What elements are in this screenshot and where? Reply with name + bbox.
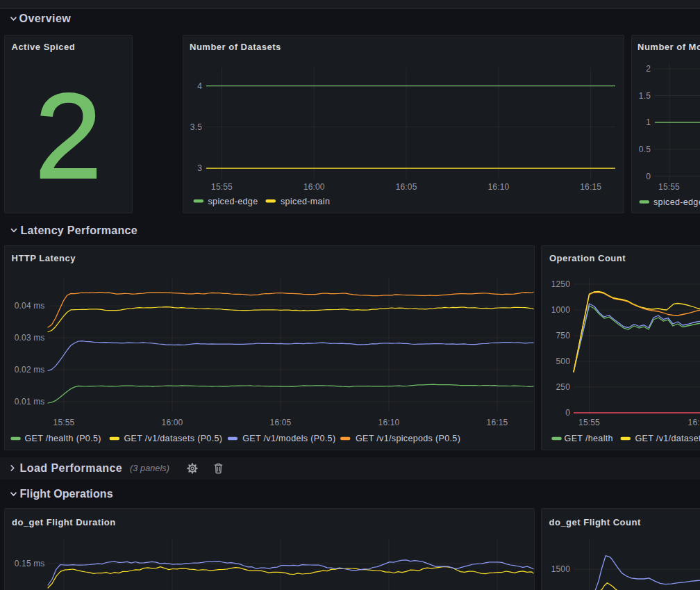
svg-text:1000: 1000 <box>551 305 570 315</box>
svg-text:GET /v1/spicepods (P0.5): GET /v1/spicepods (P0.5) <box>356 434 460 443</box>
svg-text:Operation Count: Operation Count <box>549 253 626 263</box>
svg-text:do_get Flight Duration: do_get Flight Duration <box>12 517 116 527</box>
svg-text:GET /health: GET /health <box>565 434 613 443</box>
svg-text:1500: 1500 <box>551 564 570 574</box>
svg-text:HTTP Latency: HTTP Latency <box>12 253 76 263</box>
svg-text:750: 750 <box>556 331 571 341</box>
svg-text:15:55: 15:55 <box>53 418 75 427</box>
svg-text:500: 500 <box>556 357 571 366</box>
svg-text:0.03 ms: 0.03 ms <box>15 333 45 343</box>
svg-text:spiced-edge: spiced-edge <box>208 197 258 206</box>
svg-text:GET /v1/models (P0.5): GET /v1/models (P0.5) <box>242 434 335 443</box>
svg-text:16:05: 16:05 <box>396 182 417 192</box>
svg-text:16:05: 16:05 <box>270 418 292 427</box>
svg-text:GET /v1/datasets (P0.5): GET /v1/datasets (P0.5) <box>124 434 222 443</box>
svg-text:GET /v1/datasets: GET /v1/datasets <box>635 434 700 443</box>
svg-text:spiced-main: spiced-main <box>281 197 330 206</box>
svg-text:0: 0 <box>565 408 570 418</box>
svg-text:0: 0 <box>646 172 651 181</box>
svg-text:do_get Flight Count: do_get Flight Count <box>549 517 641 527</box>
svg-text:15:55: 15:55 <box>578 418 600 427</box>
svg-text:GET /health (P0.5): GET /health (P0.5) <box>25 434 101 443</box>
svg-text:0.01 ms: 0.01 ms <box>15 397 45 407</box>
svg-text:0.02 ms: 0.02 ms <box>15 365 45 375</box>
svg-text:16:15: 16:15 <box>487 418 508 427</box>
svg-text:spiced-edge: spiced-edge <box>653 197 700 207</box>
svg-text:16:10: 16:10 <box>488 182 510 192</box>
svg-text:3: 3 <box>197 163 202 173</box>
svg-text:Flight Operations: Flight Operations <box>20 488 113 500</box>
svg-text:Overview: Overview <box>19 13 72 24</box>
svg-text:16:00: 16:00 <box>162 418 183 427</box>
svg-text:1250: 1250 <box>551 279 570 289</box>
svg-text:Latency Performance: Latency Performance <box>21 224 138 236</box>
svg-text:Number of Models: Number of Models <box>638 42 700 52</box>
svg-text:(3 panels): (3 panels) <box>130 464 169 473</box>
svg-text:250: 250 <box>556 382 571 392</box>
svg-text:2: 2 <box>646 64 651 74</box>
svg-text:1: 1 <box>646 117 651 127</box>
svg-text:3.5: 3.5 <box>190 122 202 132</box>
svg-text:0.5: 0.5 <box>639 145 651 154</box>
svg-text:16:00: 16:00 <box>688 418 700 427</box>
svg-text:4: 4 <box>197 81 202 91</box>
svg-text:16:10: 16:10 <box>378 418 400 427</box>
svg-text:Number of Datasets: Number of Datasets <box>190 42 281 52</box>
svg-text:15:55: 15:55 <box>658 182 680 192</box>
svg-text:0.15 ms: 0.15 ms <box>15 559 45 568</box>
svg-text:Load Performance: Load Performance <box>20 462 123 474</box>
svg-text:16:15: 16:15 <box>580 182 601 192</box>
svg-text:15:55: 15:55 <box>211 182 233 192</box>
svg-text:16:00: 16:00 <box>303 182 325 192</box>
svg-text:1.5: 1.5 <box>639 91 651 101</box>
svg-text:Active Spiced: Active Spiced <box>12 42 76 52</box>
svg-text:0.04 ms: 0.04 ms <box>15 301 45 311</box>
